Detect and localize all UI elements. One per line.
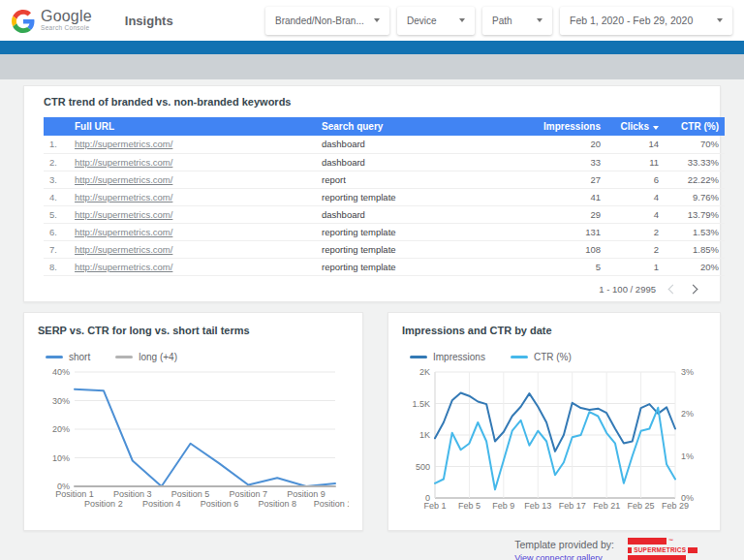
search-query-cell: dashboard	[316, 153, 524, 171]
row-index: 3.	[44, 171, 69, 188]
clicks-cell: 1	[606, 258, 665, 275]
result-url-link[interactable]: http://supermetrics.com/	[75, 262, 172, 272]
ctr-column-header[interactable]: CTR (%)	[665, 117, 725, 136]
table-row: 7.http://supermetrics.com/reporting temp…	[44, 240, 725, 258]
result-url-link[interactable]: http://supermetrics.com/	[75, 244, 172, 255]
serp-ctr-line-chart[interactable]: 0%10%20%30%40%Position 1Position 2Positi…	[38, 364, 349, 517]
next-page-icon[interactable]	[689, 284, 698, 294]
search-query-cell: dashboard	[316, 136, 524, 153]
search-query-cell: reporting template	[316, 188, 524, 205]
svg-text:10%: 10%	[52, 453, 70, 463]
brand-subtitle: Search Console	[41, 24, 92, 31]
legend-label: short	[69, 352, 90, 362]
impressions-chart-legend: Impressions CTR (%)	[410, 352, 706, 362]
svg-text:Position 9: Position 9	[287, 489, 326, 499]
device-filter-dropdown[interactable]: Device	[397, 7, 475, 35]
impressions-ctr-line-chart[interactable]: 05001K1.5K2K0%1%2%3%Feb 1Feb 5Feb 9Feb 1…	[402, 364, 706, 517]
date-range-label: Feb 1, 2020 - Feb 29, 2020	[570, 15, 693, 26]
impressions-cell: 29	[524, 205, 606, 223]
impressions-column-header[interactable]: Impressions	[524, 117, 606, 136]
impressions-cell: 5	[524, 258, 606, 275]
ctr-cell: 13.79%	[665, 205, 725, 223]
serp-chart-title: SERP vs. CTR for long vs. short tail ter…	[38, 325, 349, 336]
result-url-link[interactable]: http://supermetrics.com/	[75, 209, 172, 220]
legend-item-ctr[interactable]: CTR (%)	[511, 352, 572, 362]
search-query-cell: reporting template	[316, 240, 524, 258]
svg-text:Position 8: Position 8	[258, 499, 296, 509]
svg-text:Feb 21: Feb 21	[593, 501, 620, 511]
header-accent-bar	[0, 41, 744, 54]
page-footer: Template provided by: View connector gal…	[23, 531, 721, 560]
table-row: 8.http://supermetrics.com/reporting temp…	[44, 258, 725, 275]
caret-down-icon	[374, 18, 380, 22]
logo-bar	[628, 538, 666, 544]
logo-block	[628, 547, 632, 553]
pagination-range: 1 - 100 / 2995	[599, 284, 656, 295]
svg-text:Position 10: Position 10	[314, 499, 349, 509]
svg-text:Feb 9: Feb 9	[492, 501, 514, 511]
device-filter-label: Device	[407, 16, 437, 26]
ctr-cell: 70%	[665, 136, 725, 153]
table-title: CTR trend of branded vs. non-branded key…	[44, 96, 700, 108]
series-swatch	[410, 356, 427, 358]
impressions-chart-title: Impressions and CTR by date	[402, 325, 706, 336]
search-query-cell: reporting template	[316, 258, 524, 275]
svg-text:500: 500	[416, 462, 430, 472]
serp-ctr-chart-card: SERP vs. CTR for long vs. short tail ter…	[23, 312, 363, 531]
svg-text:Feb 25: Feb 25	[628, 501, 655, 511]
search-query-cell: dashboard	[316, 205, 524, 223]
previous-page-icon[interactable]	[668, 284, 678, 294]
result-url-link[interactable]: http://supermetrics.com/	[75, 157, 172, 168]
svg-text:Feb 1: Feb 1	[423, 501, 446, 511]
impressions-cell: 41	[524, 188, 606, 205]
legend-item-long[interactable]: long (+4)	[115, 352, 177, 362]
result-url-link[interactable]: http://supermetrics.com/	[75, 192, 172, 202]
table-row: 1.http://supermetrics.com/dashboard20147…	[44, 136, 725, 153]
svg-text:1%: 1%	[681, 451, 694, 461]
logo-bar	[628, 555, 686, 560]
series-swatch	[46, 356, 63, 358]
table-pagination: 1 - 100 / 2995	[44, 276, 700, 295]
result-url-link[interactable]: http://supermetrics.com/	[75, 227, 172, 237]
table-row: 4.http://supermetrics.com/reporting temp…	[44, 188, 725, 205]
legend-item-short[interactable]: short	[46, 352, 90, 362]
impressions-cell: 33	[524, 153, 606, 171]
clicks-cell: 2	[606, 240, 665, 258]
result-url-link[interactable]: http://supermetrics.com/	[75, 139, 172, 149]
row-index: 5.	[44, 205, 69, 223]
row-index: 8.	[44, 258, 69, 275]
result-url-link[interactable]: http://supermetrics.com/	[75, 174, 172, 185]
svg-text:Position 7: Position 7	[230, 489, 268, 499]
svg-text:2%: 2%	[681, 409, 694, 419]
search-query-column-header[interactable]: Search query	[316, 117, 524, 136]
template-provided-label: Template provided by:	[514, 539, 614, 550]
branded-filter-dropdown[interactable]: Branded/Non-Bran...	[265, 7, 389, 35]
clicks-cell: 4	[606, 205, 665, 223]
brand-name: Google	[41, 8, 92, 25]
legend-item-impressions[interactable]: Impressions	[410, 352, 485, 362]
svg-text:Position 6: Position 6	[201, 499, 239, 509]
svg-text:Feb 5: Feb 5	[458, 501, 480, 511]
ctr-cell: 1.53%	[665, 223, 725, 240]
search-query-cell: reporting template	[316, 223, 524, 240]
supermetrics-logo: ™ SUPERMETRICS	[628, 538, 698, 560]
ctr-cell: 22.22%	[665, 171, 725, 188]
serp-chart-legend: short long (+4)	[46, 352, 349, 362]
svg-text:Feb 29: Feb 29	[662, 501, 689, 511]
table-row: 3.http://supermetrics.com/report27622.22…	[44, 171, 725, 188]
svg-text:Position 3: Position 3	[113, 489, 152, 499]
table-row: 5.http://supermetrics.com/dashboard29413…	[44, 205, 725, 223]
path-filter-dropdown[interactable]: Path	[482, 7, 552, 35]
ctr-cell: 20%	[665, 258, 725, 275]
clicks-cell: 4	[606, 188, 665, 205]
connector-gallery-link[interactable]: View connector gallery	[514, 553, 614, 560]
page-title: Insights	[125, 14, 173, 28]
svg-text:Position 1: Position 1	[55, 489, 94, 499]
full-url-column-header[interactable]: Full URL	[69, 117, 316, 136]
date-range-picker[interactable]: Feb 1, 2020 - Feb 29, 2020	[560, 7, 732, 35]
filter-bar: Branded/Non-Bran... Device Path Feb 1, 2…	[265, 7, 732, 35]
row-index: 1.	[44, 136, 69, 153]
clicks-column-header[interactable]: Clicks	[606, 117, 665, 136]
logo-wordmark: SUPERMETRICS	[634, 546, 686, 553]
impressions-cell: 20	[524, 136, 606, 153]
